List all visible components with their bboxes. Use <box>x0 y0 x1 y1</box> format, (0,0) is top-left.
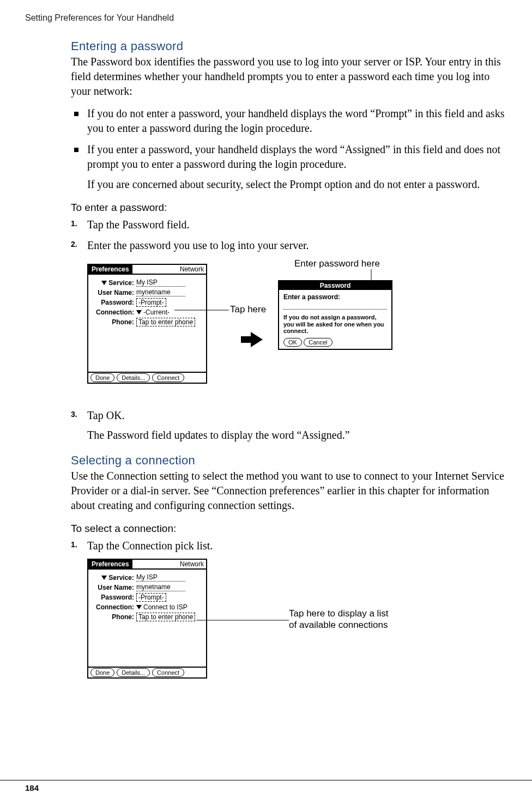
chevron-down-icon[interactable] <box>136 310 142 314</box>
page-content: Entering a password The Password box ide… <box>71 33 507 697</box>
steps-list: 1.Tap the Password field. 2.Enter the pa… <box>71 217 507 253</box>
callout-connection: Tap here to display a list of available … <box>289 608 398 631</box>
label-connection: Connection: <box>92 603 134 611</box>
chevron-down-icon[interactable] <box>101 576 107 580</box>
step-text: Tap the Connection pick list. <box>87 540 213 552</box>
procedure-title: To enter a password: <box>71 202 507 214</box>
footer-rule <box>0 780 532 780</box>
password-field[interactable]: -Prompt- <box>136 298 166 307</box>
step-text: Tap OK. <box>87 409 125 421</box>
phone-field[interactable]: Tap to enter phone <box>136 613 195 621</box>
intro-para-2: Use the Connection setting to select the… <box>71 469 507 513</box>
details-button[interactable]: Details... <box>117 373 150 382</box>
callout-tap-here: Tap here <box>230 304 266 315</box>
arrow-right-icon <box>251 332 263 347</box>
heading-entering-password: Entering a password <box>71 39 507 53</box>
chevron-down-icon[interactable] <box>101 281 107 285</box>
prefs-title-tab: Preferences <box>88 265 132 274</box>
ok-button[interactable]: OK <box>283 338 302 347</box>
user-field[interactable]: mynetname <box>136 288 185 296</box>
details-button[interactable]: Details... <box>117 668 150 677</box>
label-service: Service: <box>108 574 134 582</box>
page-number: 184 <box>25 783 39 792</box>
intro-para: The Password box identifies the password… <box>71 55 507 99</box>
bullet-item: If you enter a password, your handheld d… <box>71 142 507 192</box>
dialog-note: If you do not assign a password, you wil… <box>283 314 387 335</box>
label-phone: Phone: <box>92 318 134 326</box>
step: 1.Tap the Connection pick list. <box>71 538 507 553</box>
label-user: User Name: <box>92 584 134 591</box>
dialog-prompt-label: Enter a password: <box>283 293 387 301</box>
prefs-category[interactable]: Network <box>180 265 206 273</box>
dialog-title: Password <box>279 281 391 290</box>
label-password: Password: <box>92 299 134 306</box>
step: 2.Enter the password you use to log into… <box>71 238 507 253</box>
service-field[interactable]: My ISP <box>136 279 185 287</box>
done-button[interactable]: Done <box>90 668 114 677</box>
bullet-text: If you enter a password, your handheld d… <box>87 143 500 170</box>
bullet-list: If you do not enter a password, your han… <box>71 106 507 192</box>
label-service: Service: <box>108 279 134 287</box>
prefs-screen: Preferences Network Service:My ISP User … <box>87 264 207 384</box>
connection-picker[interactable]: -Current- <box>143 308 170 316</box>
connection-picker[interactable]: Connect to ISP <box>143 603 188 611</box>
prefs-title-tab: Preferences <box>88 560 132 568</box>
prefs-titlebar: Preferences Network <box>88 560 206 570</box>
steps-list-cont: 3. Tap OK. The Password field updates to… <box>71 408 507 443</box>
prefs-titlebar: Preferences Network <box>88 265 206 275</box>
step-text: Enter the password you use to log into y… <box>87 239 309 251</box>
password-dialog: Password Enter a password: If you do not… <box>278 280 392 350</box>
connect-button[interactable]: Connect <box>152 373 184 382</box>
bullet-item: If you do not enter a password, your han… <box>71 106 507 136</box>
bullet-subpara: If you are concerned about security, sel… <box>87 177 507 192</box>
chevron-down-icon[interactable] <box>136 605 142 609</box>
label-phone: Phone: <box>92 613 134 621</box>
procedure-title-2: To select a connection: <box>71 523 507 535</box>
phone-field[interactable]: Tap to enter phone <box>136 318 195 326</box>
step-text: Tap the Password field. <box>87 219 189 231</box>
figure-connection: Preferences Network Service:My ISP User … <box>87 559 507 689</box>
connect-button[interactable]: Connect <box>152 668 184 677</box>
step: 1.Tap the Password field. <box>71 217 507 232</box>
password-input[interactable] <box>283 302 387 310</box>
done-button[interactable]: Done <box>90 373 114 382</box>
label-connection: Connection: <box>92 308 134 316</box>
step: 3. Tap OK. The Password field updates to… <box>71 408 507 443</box>
heading-selecting-connection: Selecting a connection <box>71 453 507 468</box>
prefs-screen-2: Preferences Network Service:My ISP User … <box>87 559 207 679</box>
password-field[interactable]: -Prompt- <box>136 593 166 602</box>
label-user: User Name: <box>92 289 134 296</box>
steps-list-2: 1.Tap the Connection pick list. <box>71 538 507 553</box>
label-password: Password: <box>92 594 134 601</box>
user-field[interactable]: mynetname <box>136 583 185 591</box>
running-head: Setting Preferences for Your Handheld <box>25 13 174 23</box>
prefs-category[interactable]: Network <box>180 560 206 568</box>
service-field[interactable]: My ISP <box>136 573 185 582</box>
callout-enter-password: Enter password here <box>294 258 380 269</box>
step-subtext: The Password field updates to display th… <box>87 427 507 443</box>
figure-password: Preferences Network Service:My ISP User … <box>87 258 507 400</box>
cancel-button[interactable]: Cancel <box>304 338 332 347</box>
